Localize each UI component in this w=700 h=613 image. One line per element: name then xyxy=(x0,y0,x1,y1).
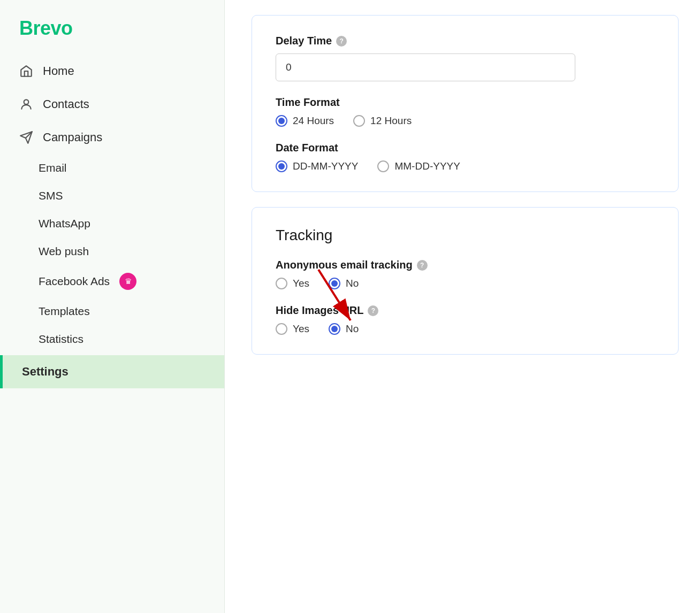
radio-mm-dd-circle xyxy=(377,160,389,172)
sidebar-item-home[interactable]: Home xyxy=(0,55,224,88)
hide-images-url-help-icon[interactable]: ? xyxy=(368,305,378,316)
brand-name: Brevo xyxy=(19,17,73,39)
sidebar-item-email[interactable]: Email xyxy=(0,154,224,182)
sidebar-item-templates-label: Templates xyxy=(39,305,90,318)
svg-point-0 xyxy=(24,99,29,104)
date-format-field: Date Format DD-MM-YYYY MM-DD-YYYY xyxy=(276,142,655,172)
hide-yes-label: Yes xyxy=(293,323,309,335)
hide-no-circle xyxy=(329,323,340,335)
sidebar-item-statistics[interactable]: Statistics xyxy=(0,325,224,353)
date-format-radio-group: DD-MM-YYYY MM-DD-YYYY xyxy=(276,160,655,172)
sidebar-item-contacts[interactable]: Contacts xyxy=(0,88,224,121)
time-format-24h[interactable]: 24 Hours xyxy=(276,115,334,127)
time-date-section: Delay Time ? Time Format 24 Hours 12 Hou… xyxy=(252,15,679,192)
radio-mm-dd-label: MM-DD-YYYY xyxy=(394,160,460,172)
sidebar-item-facebook-ads[interactable]: Facebook Ads ♛ xyxy=(0,265,224,297)
radio-12h-label: 12 Hours xyxy=(370,115,412,127)
sidebar: Brevo Home Contacts Campaigns xyxy=(0,0,225,613)
time-format-12h[interactable]: 12 Hours xyxy=(353,115,412,127)
anonymous-tracking-radio-group: Yes No xyxy=(276,278,655,289)
sidebar-item-templates[interactable]: Templates xyxy=(0,297,224,325)
delay-time-input[interactable] xyxy=(276,53,575,81)
anonymous-tracking-no[interactable]: No xyxy=(329,278,359,289)
hide-images-url-field: Hide Images URL ? Yes No xyxy=(276,304,655,335)
sidebar-item-contacts-label: Contacts xyxy=(43,97,89,111)
tracking-title: Tracking xyxy=(276,227,655,244)
sidebar-item-whatsapp[interactable]: WhatsApp xyxy=(0,210,224,237)
anon-yes-circle xyxy=(276,278,287,289)
radio-12h-circle xyxy=(353,115,365,127)
time-format-radio-group: 24 Hours 12 Hours xyxy=(276,115,655,127)
tracking-section: Tracking Anonymous email tracking ? Yes … xyxy=(252,207,679,355)
sidebar-item-facebook-ads-label: Facebook Ads xyxy=(39,275,110,288)
hide-yes-circle xyxy=(276,323,287,335)
sidebar-item-settings[interactable]: Settings xyxy=(0,355,224,388)
time-format-label: Time Format xyxy=(276,96,655,109)
anon-yes-label: Yes xyxy=(293,278,309,289)
sidebar-item-home-label: Home xyxy=(43,64,74,78)
radio-24h-label: 24 Hours xyxy=(293,115,334,127)
hide-images-url-radio-group: Yes No xyxy=(276,323,655,335)
sidebar-item-whatsapp-label: WhatsApp xyxy=(39,217,90,230)
anonymous-tracking-field: Anonymous email tracking ? Yes No xyxy=(276,259,655,289)
delay-time-label: Delay Time ? xyxy=(276,35,655,47)
sidebar-item-campaigns[interactable]: Campaigns xyxy=(0,121,224,154)
date-format-dd-mm[interactable]: DD-MM-YYYY xyxy=(276,160,358,172)
sidebar-item-sms-label: SMS xyxy=(39,189,63,202)
campaigns-icon xyxy=(19,131,33,144)
sidebar-item-settings-label: Settings xyxy=(22,365,69,379)
date-format-mm-dd[interactable]: MM-DD-YYYY xyxy=(377,160,460,172)
main-content: Delay Time ? Time Format 24 Hours 12 Hou… xyxy=(225,0,700,613)
hide-images-no[interactable]: No xyxy=(329,323,359,335)
sidebar-item-sms[interactable]: SMS xyxy=(0,182,224,210)
anon-no-circle xyxy=(329,278,340,289)
anonymous-tracking-yes[interactable]: Yes xyxy=(276,278,309,289)
logo: Brevo xyxy=(0,0,224,55)
date-format-label: Date Format xyxy=(276,142,655,154)
anonymous-tracking-help-icon[interactable]: ? xyxy=(417,260,428,271)
sidebar-item-statistics-label: Statistics xyxy=(39,333,83,346)
radio-dd-mm-label: DD-MM-YYYY xyxy=(293,160,358,172)
delay-time-help-icon[interactable]: ? xyxy=(336,36,347,47)
time-format-field: Time Format 24 Hours 12 Hours xyxy=(276,96,655,127)
hide-no-label: No xyxy=(346,323,359,335)
anon-no-label: No xyxy=(346,278,359,289)
hide-images-yes[interactable]: Yes xyxy=(276,323,309,335)
radio-24h-circle xyxy=(276,115,287,127)
home-icon xyxy=(19,64,33,78)
crown-badge: ♛ xyxy=(119,273,136,290)
anonymous-tracking-label: Anonymous email tracking ? xyxy=(276,259,655,271)
radio-dd-mm-circle xyxy=(276,160,287,172)
contacts-icon xyxy=(19,97,33,111)
sidebar-item-web-push-label: Web push xyxy=(39,245,89,258)
delay-time-field: Delay Time ? xyxy=(276,35,655,81)
hide-images-url-label: Hide Images URL ? xyxy=(276,304,655,317)
sidebar-item-web-push[interactable]: Web push xyxy=(0,237,224,265)
sidebar-item-email-label: Email xyxy=(39,162,67,174)
sidebar-item-campaigns-label: Campaigns xyxy=(43,131,102,144)
